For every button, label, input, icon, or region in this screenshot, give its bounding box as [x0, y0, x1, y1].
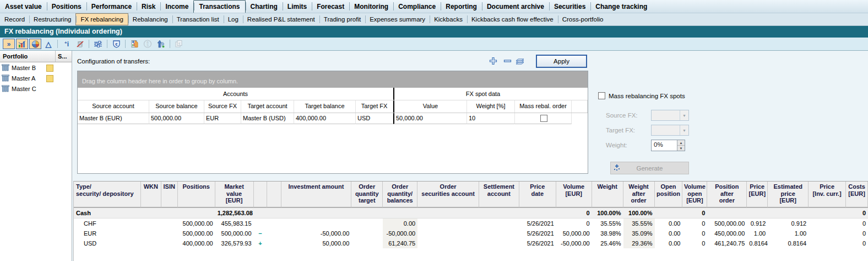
main-tab-asset-value[interactable]: Asset value: [0, 0, 47, 13]
main-tab-charting[interactable]: Charting: [246, 0, 283, 13]
cell-target-fx[interactable]: USD: [356, 113, 393, 124]
table-row[interactable]: USD400,000.00326,579.93+50,000.0061,240.…: [74, 238, 868, 248]
cell-5: [254, 219, 267, 228]
table-group-row[interactable]: Cash1,282,563.080100.00%100.00%00: [74, 207, 868, 219]
main-tab-document-archive[interactable]: Document archive: [482, 0, 549, 13]
config-col-source-balance[interactable]: Source balance: [149, 100, 204, 113]
pt-col-weight-after-order[interactable]: Weight after order: [623, 182, 655, 207]
portfolio-column-header[interactable]: Portfolio: [0, 51, 56, 62]
delta-icon[interactable]: △: [42, 39, 55, 49]
pt-col-blank-5[interactable]: [254, 182, 267, 207]
pt-col-volume-eur[interactable]: Volume [EUR]: [556, 182, 592, 207]
pt-col-order-quantity-target[interactable]: Order quantity target: [351, 182, 383, 207]
selection-column-header[interactable]: S...: [56, 51, 72, 62]
cell-weight[interactable]: 10: [467, 113, 515, 124]
sub-tab-cross-portfolio[interactable]: Cross-portfolio: [558, 13, 608, 25]
cell-source-fx[interactable]: EUR: [204, 113, 241, 124]
config-col-source-fx[interactable]: Source FX: [204, 100, 241, 113]
cell-source-balance[interactable]: 500,000.00: [149, 113, 204, 124]
pt-col-isin[interactable]: ISIN: [161, 182, 178, 207]
main-tab-monitoring[interactable]: Monitoring: [349, 0, 393, 13]
main-tab-performance[interactable]: Performance: [86, 0, 137, 13]
main-tab-compliance[interactable]: Compliance: [393, 0, 441, 13]
config-col-value[interactable]: Value: [393, 100, 467, 113]
pt-col-costs-eur[interactable]: Costs [EUR]: [846, 182, 868, 207]
cell-14: 38.98%: [592, 228, 623, 238]
config-col-target-balance[interactable]: Target balance: [294, 100, 356, 113]
pt-col-wkn[interactable]: WKN: [141, 182, 161, 207]
pt-col-positions[interactable]: Positions: [178, 182, 215, 207]
group-by-bar[interactable]: Drag the column header here in order to …: [78, 71, 588, 88]
pt-col-order-securities-account[interactable]: Order securities account: [417, 182, 479, 207]
copy-transfers-button[interactable]: [514, 56, 526, 66]
config-col-target-fx[interactable]: Target FX: [356, 100, 393, 113]
main-tab-limits[interactable]: Limits: [283, 0, 312, 13]
pt-col-blank-6[interactable]: [267, 182, 281, 207]
sub-tab-realised-p-l-statement[interactable]: Realised P&L statement: [243, 13, 319, 25]
sub-tab-expenses-summary[interactable]: Expenses summary: [365, 13, 430, 25]
sub-tab-fx-rebalancing[interactable]: FX rebalancing: [75, 13, 128, 25]
pt-col-volume-open-eur[interactable]: Volume open [EUR]: [682, 182, 707, 207]
main-tab-change-tracking[interactable]: Change tracking: [590, 0, 652, 13]
portfolio-row-master-a[interactable]: Master A: [0, 73, 72, 83]
mass-rebal-order-checkbox[interactable]: [540, 115, 547, 122]
pt-col-price-inv-curr[interactable]: Price [Inv. curr.]: [809, 182, 846, 207]
main-tab-risk[interactable]: Risk: [137, 0, 160, 13]
portfolio-row-master-b[interactable]: Master B: [0, 62, 72, 73]
table-row[interactable]: CHF500,000.00455,983.150.005/26/2021035.…: [74, 219, 868, 228]
mass-rebalancing-checkbox[interactable]: [598, 92, 605, 99]
chart-icon[interactable]: [16, 39, 28, 49]
pt-col-weight[interactable]: Weight: [592, 182, 623, 207]
portfolio-row-master-c[interactable]: Master C: [0, 83, 72, 94]
pie-chart-icon[interactable]: [29, 39, 41, 49]
add-transfer-button[interactable]: [487, 56, 499, 66]
sub-tab-rebalancing[interactable]: Rebalancing: [128, 13, 172, 25]
cell-mass-rebal-order[interactable]: [515, 113, 572, 124]
transfer-row[interactable]: Master B (EUR)500,000.00EURMaster B (USD…: [78, 113, 588, 124]
pt-col-investment-amount[interactable]: Investment amount: [281, 182, 352, 207]
remove-transfer-button[interactable]: [501, 56, 513, 66]
filter-settings-icon[interactable]: [92, 39, 104, 49]
sub-tab-kickbacks[interactable]: Kickbacks: [430, 13, 467, 25]
pt-col-price-eur[interactable]: Price [EUR]: [747, 182, 768, 207]
main-tab-reporting[interactable]: Reporting: [441, 0, 482, 13]
config-col-source-account[interactable]: Source account: [78, 100, 149, 113]
sub-tab-kickbacks-cash-flow-effective[interactable]: Kickbacks cash flow effective: [467, 13, 558, 25]
main-tab-securities[interactable]: Securities: [549, 0, 590, 13]
report-icon[interactable]: [128, 39, 140, 49]
pt-col-market-value-eur[interactable]: Market value [EUR]: [215, 182, 254, 207]
pt-col-open-position[interactable]: Open position: [655, 182, 683, 207]
cell-source-account[interactable]: Master B (EUR): [78, 113, 149, 124]
target-fx-label: Target FX:: [606, 127, 635, 134]
sub-tab-transaction-list[interactable]: Transaction list: [172, 13, 224, 25]
sub-tab-trading-profit[interactable]: Trading profit: [319, 13, 365, 25]
cell-value[interactable]: 50,000.00: [393, 113, 467, 124]
pt-col-position-after-order[interactable]: Position after order: [707, 182, 747, 207]
pt-col-order-quantity-balances[interactable]: Order quantity/ balances: [383, 182, 417, 207]
sub-tab-log[interactable]: Log: [224, 13, 243, 25]
cell-target-balance[interactable]: 400,000.00: [294, 113, 356, 124]
cell-target-account[interactable]: Master B (USD): [241, 113, 294, 124]
config-col-target-account[interactable]: Target account: [241, 100, 294, 113]
pt-col-type-security-depository[interactable]: Type/ security/ depository: [74, 182, 141, 207]
main-tab-income[interactable]: Income: [160, 0, 193, 13]
apply-button[interactable]: Apply: [536, 55, 587, 68]
pt-col-settlement-account[interactable]: Settlement account: [479, 182, 519, 207]
config-col-weight[interactable]: Weight [%]: [467, 100, 515, 113]
pt-col-estimated-price-eur[interactable]: Estimated price [EUR]: [768, 182, 809, 207]
pt-col-price-date[interactable]: Price date: [519, 182, 556, 207]
sub-tab-record[interactable]: Record: [0, 13, 29, 25]
config-col-mass-rebal-order[interactable]: Mass rebal. order: [515, 100, 572, 113]
mass-order-icon[interactable]: [155, 39, 167, 49]
euro-shield-icon[interactable]: €: [110, 39, 122, 49]
delete-order-icon[interactable]: [74, 39, 86, 49]
cell-3: [178, 208, 215, 218]
table-row[interactable]: EUR500,000.00500,000.00−-50,000.00-50,00…: [74, 228, 868, 238]
main-tab-forecast[interactable]: Forecast: [312, 0, 349, 13]
main-tab-transactions[interactable]: Transactions: [193, 0, 245, 13]
main-tab-positions[interactable]: Positions: [47, 0, 86, 13]
cell-20: 0.912: [768, 219, 809, 228]
expand-icon[interactable]: »: [3, 39, 15, 49]
sub-tab-restructuring[interactable]: Restructuring: [29, 13, 75, 25]
add-position-icon[interactable]: +i: [61, 39, 73, 49]
